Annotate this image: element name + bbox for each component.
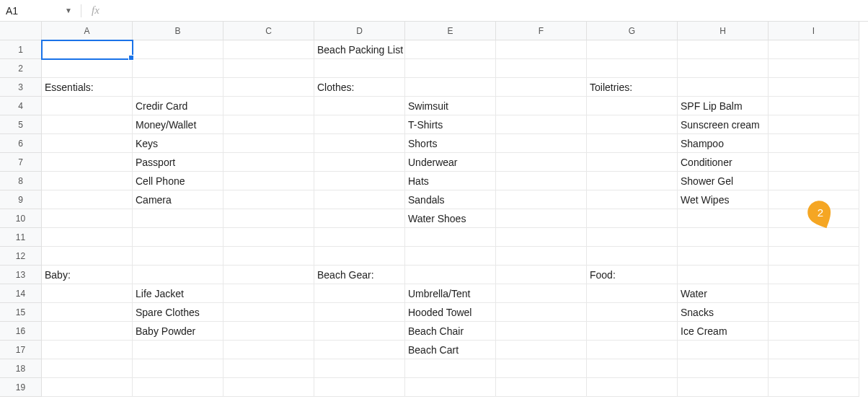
row-header-13[interactable]: 13 xyxy=(0,266,42,284)
cell-G10[interactable] xyxy=(587,209,678,228)
cell-I15[interactable] xyxy=(769,303,859,322)
cell-C18[interactable] xyxy=(223,359,314,378)
cell-E14[interactable]: Umbrella/Tent xyxy=(405,284,496,303)
cell-D8[interactable] xyxy=(314,172,405,190)
column-header-C[interactable]: C xyxy=(223,22,314,40)
row-header-12[interactable]: 12 xyxy=(0,247,42,266)
cell-I2[interactable] xyxy=(769,59,859,78)
cell-I19[interactable] xyxy=(769,378,859,397)
cell-E5[interactable]: T-Shirts xyxy=(405,115,496,134)
cell-E4[interactable]: Swimsuit xyxy=(405,97,496,115)
cell-C19[interactable] xyxy=(223,378,314,397)
cell-I3[interactable] xyxy=(769,78,859,97)
cell-F17[interactable] xyxy=(496,341,587,359)
cell-H11[interactable] xyxy=(678,228,769,247)
cell-D4[interactable] xyxy=(314,97,405,115)
cell-F9[interactable] xyxy=(496,190,587,209)
cell-A8[interactable] xyxy=(42,172,133,190)
cell-G17[interactable] xyxy=(587,341,678,359)
cell-G16[interactable] xyxy=(587,322,678,341)
cell-C5[interactable] xyxy=(223,115,314,134)
cell-I1[interactable] xyxy=(769,40,859,59)
cell-C15[interactable] xyxy=(223,303,314,322)
cell-F2[interactable] xyxy=(496,59,587,78)
cell-G12[interactable] xyxy=(587,247,678,266)
cell-A19[interactable] xyxy=(42,378,133,397)
cell-D10[interactable] xyxy=(314,209,405,228)
cell-I14[interactable] xyxy=(769,284,859,303)
cell-D13[interactable]: Beach Gear: xyxy=(314,266,405,284)
cell-G7[interactable] xyxy=(587,153,678,172)
cell-H5[interactable]: Sunscreen cream xyxy=(678,115,769,134)
cell-B7[interactable]: Passport xyxy=(133,153,223,172)
cell-E9[interactable]: Sandals xyxy=(405,190,496,209)
cell-A12[interactable] xyxy=(42,247,133,266)
row-header-19[interactable]: 19 xyxy=(0,378,42,397)
cell-H17[interactable] xyxy=(678,341,769,359)
cell-I17[interactable] xyxy=(769,341,859,359)
cell-F11[interactable] xyxy=(496,228,587,247)
cell-E8[interactable]: Hats xyxy=(405,172,496,190)
name-box[interactable]: A1 ▼ xyxy=(0,0,81,21)
row-header-14[interactable]: 14 xyxy=(0,284,42,303)
cell-D15[interactable] xyxy=(314,303,405,322)
select-all-corner[interactable] xyxy=(0,22,42,40)
cell-E17[interactable]: Beach Cart xyxy=(405,341,496,359)
cell-B6[interactable]: Keys xyxy=(133,134,223,153)
cell-A7[interactable] xyxy=(42,153,133,172)
cell-A18[interactable] xyxy=(42,359,133,378)
cell-G14[interactable] xyxy=(587,284,678,303)
cell-E3[interactable] xyxy=(405,78,496,97)
cell-B16[interactable]: Baby Powder xyxy=(133,322,223,341)
cell-G2[interactable] xyxy=(587,59,678,78)
cell-D16[interactable] xyxy=(314,322,405,341)
cell-H1[interactable] xyxy=(678,40,769,59)
cell-B3[interactable] xyxy=(133,78,223,97)
cell-E6[interactable]: Shorts xyxy=(405,134,496,153)
cell-B1[interactable] xyxy=(133,40,223,59)
cell-E1[interactable] xyxy=(405,40,496,59)
cell-F16[interactable] xyxy=(496,322,587,341)
cell-B2[interactable] xyxy=(133,59,223,78)
cell-B8[interactable]: Cell Phone xyxy=(133,172,223,190)
cell-D6[interactable] xyxy=(314,134,405,153)
row-header-4[interactable]: 4 xyxy=(0,97,42,115)
row-header-2[interactable]: 2 xyxy=(0,59,42,78)
cell-A13[interactable]: Baby: xyxy=(42,266,133,284)
cell-F4[interactable] xyxy=(496,97,587,115)
cell-G3[interactable]: Toiletries: xyxy=(587,78,678,97)
cell-E16[interactable]: Beach Chair xyxy=(405,322,496,341)
cell-D3[interactable]: Clothes: xyxy=(314,78,405,97)
cell-I4[interactable] xyxy=(769,97,859,115)
cell-A14[interactable] xyxy=(42,284,133,303)
cell-F12[interactable] xyxy=(496,247,587,266)
cell-D18[interactable] xyxy=(314,359,405,378)
cell-H8[interactable]: Shower Gel xyxy=(678,172,769,190)
row-header-6[interactable]: 6 xyxy=(0,134,42,153)
cell-D12[interactable] xyxy=(314,247,405,266)
cell-B10[interactable] xyxy=(133,209,223,228)
cell-A9[interactable] xyxy=(42,190,133,209)
cell-C12[interactable] xyxy=(223,247,314,266)
row-header-8[interactable]: 8 xyxy=(0,172,42,190)
row-header-18[interactable]: 18 xyxy=(0,359,42,378)
cell-H3[interactable] xyxy=(678,78,769,97)
cell-D14[interactable] xyxy=(314,284,405,303)
cell-F6[interactable] xyxy=(496,134,587,153)
row-header-15[interactable]: 15 xyxy=(0,303,42,322)
cell-D5[interactable] xyxy=(314,115,405,134)
cell-A5[interactable] xyxy=(42,115,133,134)
row-header-9[interactable]: 9 xyxy=(0,190,42,209)
cell-D2[interactable] xyxy=(314,59,405,78)
cell-C9[interactable] xyxy=(223,190,314,209)
cell-G15[interactable] xyxy=(587,303,678,322)
cell-F8[interactable] xyxy=(496,172,587,190)
cell-A4[interactable] xyxy=(42,97,133,115)
spreadsheet-grid[interactable]: ABCDEFGHI1Beach Packing List23Essentials… xyxy=(0,22,868,397)
cell-G18[interactable] xyxy=(587,359,678,378)
cell-I5[interactable] xyxy=(769,115,859,134)
row-header-5[interactable]: 5 xyxy=(0,115,42,134)
cell-C7[interactable] xyxy=(223,153,314,172)
cell-C11[interactable] xyxy=(223,228,314,247)
cell-G5[interactable] xyxy=(587,115,678,134)
